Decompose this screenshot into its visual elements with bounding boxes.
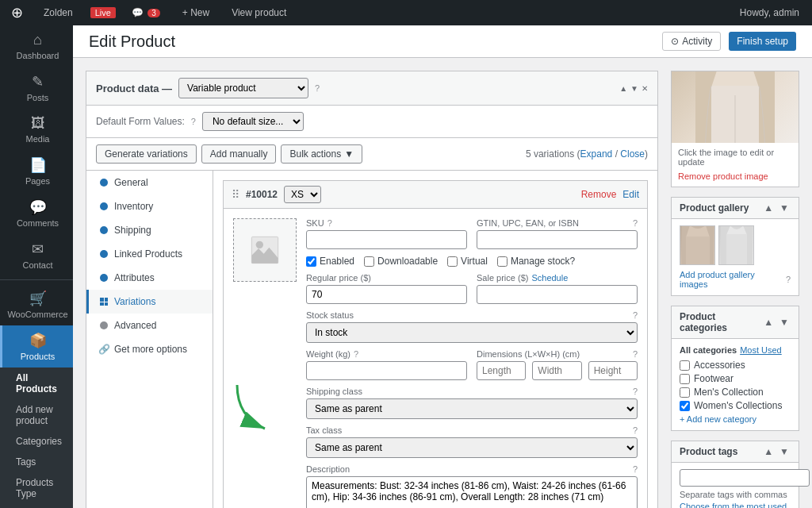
gtin-input[interactable] <box>477 230 638 249</box>
sidebar-item-media[interactable]: 🖼Media <box>0 109 73 150</box>
variation-10012-fields: SKU ? GTIN, UPC, EAN, or ISBN ? <box>306 218 638 508</box>
variation-image-10012[interactable] <box>233 218 297 282</box>
most-used-tab[interactable]: Most Used <box>740 345 782 355</box>
tab-variations[interactable]: Variations <box>86 290 213 314</box>
sku-input[interactable] <box>306 230 467 249</box>
tab-shipping[interactable]: Shipping <box>86 218 213 242</box>
finish-setup-button[interactable]: Finish setup <box>729 32 796 51</box>
generate-variations-button[interactable]: Generate variations <box>96 144 197 164</box>
stock-status-info[interactable]: ? <box>633 310 638 320</box>
sidebar-item-products[interactable]: 📦Products <box>0 325 73 368</box>
weight-info[interactable]: ? <box>354 349 358 359</box>
panel-close[interactable]: ✕ <box>642 84 648 93</box>
tab-linked-products[interactable]: Linked Products <box>86 242 213 266</box>
activity-button[interactable]: ⊙ Activity <box>662 32 721 51</box>
product-tags-panel: Product tags ▲ ▼ Add Separate tags with … <box>671 441 799 508</box>
tab-advanced[interactable]: Advanced <box>86 314 213 337</box>
tab-get-more[interactable]: 🔗 Get more options <box>86 337 213 361</box>
length-input[interactable] <box>477 361 526 380</box>
tab-general[interactable]: General <box>86 171 213 194</box>
add-gallery-link[interactable]: Add product gallery images ? <box>680 270 791 289</box>
category-womens[interactable]: Women's Collections <box>680 400 791 411</box>
tags-collapse-up[interactable]: ▲ <box>762 446 775 457</box>
tab-inventory[interactable]: Inventory <box>86 194 213 218</box>
sidebar-subitem-add-new[interactable]: Add new product <box>0 399 73 431</box>
sale-price-label: Sale price ($) Schedule <box>477 273 638 283</box>
remove-product-image-link[interactable]: Remove product image <box>678 171 768 181</box>
gallery-collapse-down[interactable]: ▼ <box>778 202 791 214</box>
variation-size-10012[interactable]: XSSMLXL <box>284 186 321 203</box>
regular-price-input[interactable] <box>306 285 467 304</box>
svg-rect-8 <box>726 234 747 265</box>
virtual-checkbox[interactable]: Virtual <box>447 256 488 267</box>
default-form-info[interactable]: ? <box>191 117 196 126</box>
downloadable-checkbox[interactable]: Downloadable <box>364 256 438 267</box>
manage-stock-checkbox[interactable]: Manage stock? <box>497 256 575 267</box>
categories-collapse-up[interactable]: ▲ <box>762 317 775 328</box>
product-type-select[interactable]: Variable product Simple product Grouped … <box>178 78 308 98</box>
product-main-image[interactable] <box>672 71 799 143</box>
height-input[interactable] <box>588 361 638 380</box>
tax-class-info[interactable]: ? <box>633 425 638 435</box>
tax-class-select[interactable]: Same as parent Standard Reduced Rate Zer… <box>306 437 638 458</box>
linked-icon <box>98 248 109 260</box>
sidebar-subitem-categories[interactable]: Categories <box>0 431 73 452</box>
gallery-thumb-1[interactable] <box>680 225 715 265</box>
close-link[interactable]: Close <box>620 148 645 160</box>
choose-tags-link[interactable]: Choose from the most used tags <box>680 502 791 508</box>
bulk-actions-button[interactable]: Bulk actions ▼ <box>281 144 362 164</box>
panel-collapse-up[interactable]: ▲ <box>619 84 627 93</box>
default-size-select[interactable]: No default size... XSSMLXL <box>202 112 304 131</box>
description-textarea[interactable]: Measurements: Bust: 32-34 inches (81-86 … <box>306 476 638 508</box>
sidebar-item-woocommerce[interactable]: 🛒WooCommerce <box>0 283 73 325</box>
enabled-checkbox[interactable]: Enabled <box>306 256 354 267</box>
weight-input[interactable] <box>306 361 467 380</box>
sale-price-input[interactable] <box>477 285 638 304</box>
sidebar-subitem-attributes[interactable]: Attributes <box>0 504 73 508</box>
wp-logo[interactable]: ⊕ <box>6 4 28 21</box>
tag-input[interactable] <box>680 469 810 487</box>
sidebar-item-pages[interactable]: 📄Pages <box>0 150 73 192</box>
image-hint: Click the image to edit or update <box>678 148 792 167</box>
new-item[interactable]: + New <box>176 7 216 18</box>
gallery-collapse-up[interactable]: ▲ <box>762 202 775 214</box>
add-category-link[interactable]: + Add new category <box>680 414 791 424</box>
sidebar-item-posts[interactable]: ✎Posts <box>0 67 73 109</box>
sidebar-item-dashboard[interactable]: ⌂Dashboard <box>0 25 73 67</box>
sidebar-item-contact[interactable]: ✉Contact <box>0 234 73 276</box>
gallery-info-icon[interactable]: ? <box>786 275 791 284</box>
categories-collapse-down[interactable]: ▼ <box>778 317 791 328</box>
remove-10012[interactable]: Remove <box>581 189 617 200</box>
sidebar-subitem-all-products[interactable]: All Products <box>0 368 73 399</box>
comments-count[interactable]: 💬 3 <box>125 7 167 18</box>
site-name[interactable]: Zolden <box>37 7 79 18</box>
description-info[interactable]: ? <box>633 464 638 474</box>
add-manually-button[interactable]: Add manually <box>201 144 277 164</box>
variations-icon <box>98 296 109 307</box>
tab-attributes[interactable]: Attributes <box>86 266 213 290</box>
tags-collapse-down[interactable]: ▼ <box>778 446 791 457</box>
product-type-info-icon[interactable]: ? <box>315 83 320 93</box>
expand-link[interactable]: Expand <box>580 148 613 160</box>
category-mens[interactable]: Men's Collection <box>680 387 791 398</box>
stock-status-select[interactable]: In stock Out of stock On backorder <box>306 322 638 343</box>
view-product[interactable]: View product <box>225 7 293 18</box>
category-footwear[interactable]: Footwear <box>680 373 791 384</box>
thumb-1-svg <box>682 225 714 265</box>
panel-collapse-down[interactable]: ▼ <box>630 84 638 93</box>
shipping-class-select[interactable]: Same as parent No shipping class <box>306 398 638 419</box>
gallery-thumb-2[interactable] <box>718 225 754 265</box>
drag-handle-10012[interactable]: ⠿ <box>232 188 239 201</box>
dimensions-info[interactable]: ? <box>633 349 638 359</box>
all-categories-tab[interactable]: All categories <box>680 345 737 355</box>
edit-10012[interactable]: Edit <box>622 189 639 200</box>
sidebar-subitem-products-type[interactable]: Products Type <box>0 472 73 504</box>
sidebar-subitem-tags[interactable]: Tags <box>0 452 73 472</box>
shipping-class-info[interactable]: ? <box>633 387 638 396</box>
sku-info-icon[interactable]: ? <box>327 218 332 228</box>
width-input[interactable] <box>532 361 581 380</box>
category-accessories[interactable]: Accessories <box>680 360 791 371</box>
schedule-link[interactable]: Schedule <box>531 273 568 283</box>
gtin-info-icon[interactable]: ? <box>633 218 638 228</box>
sidebar-item-comments[interactable]: 💬Comments <box>0 192 73 234</box>
